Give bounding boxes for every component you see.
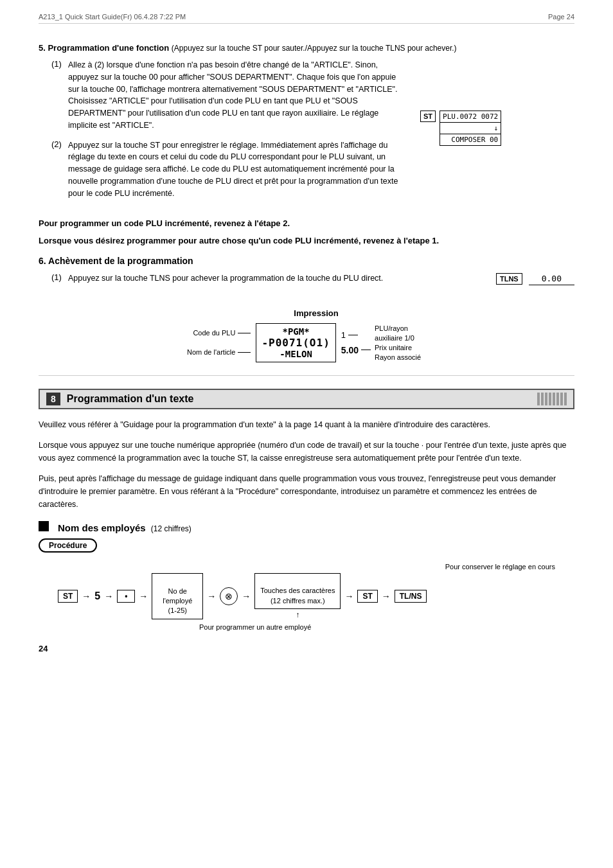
impression-qty: 1: [341, 330, 346, 340]
section-8-header: 8 Programmation d'un texte: [39, 389, 574, 409]
flow-arrow5: →: [242, 591, 251, 601]
receipt-plu: -P0071(O1): [262, 337, 330, 349]
flow-diagram: Pour conserver le réglage en cours ST → …: [58, 563, 574, 631]
tlns-key: TLNS: [496, 273, 522, 285]
divider: [39, 375, 574, 376]
display-mockup: PLU.0072 0072 ↓ COMPOSER 00: [440, 111, 501, 146]
section-5-right: ST PLU.0072 0072 ↓ COMPOSER 00: [420, 59, 574, 207]
left-labels: Code du PLU Nom de l'article: [187, 323, 251, 362]
display-row-2: COMPOSER 00: [440, 134, 501, 145]
section-8-para2: Lorsque vous appuyez sur une touche numé…: [39, 439, 574, 465]
receipt-pgm: *PGM*: [262, 326, 330, 337]
flow-arrow4: →: [207, 591, 216, 601]
section-8: 8 Programmation d'un texte Veuillez vous…: [39, 389, 574, 511]
section-8-number: 8: [46, 393, 60, 405]
section-6: 6. Achèvement de la programmation (1) Ap…: [39, 256, 574, 362]
flow-row: ST → 5 → • → No de l'employé (1-25) → ⊗ …: [58, 573, 427, 619]
bold-line1: Pour programmer un code PLU incrémenté, …: [39, 217, 574, 231]
receipt-item: -MELON: [262, 349, 330, 359]
flow-char-box: Touches des caractères (12 chiffres max.…: [254, 573, 341, 609]
flow-arrow3: →: [139, 591, 148, 601]
flow-st-key2: ST: [357, 590, 377, 603]
flow-arrow8: →: [382, 591, 391, 601]
section-6-content: (1) Appuyez sur la touche TLNS pour ache…: [39, 272, 574, 298]
section-6-left: (1) Appuyez sur la touche TLNS pour ache…: [39, 272, 395, 298]
section-5-left: (1) Allez à (2) lorsque d'une fonction n…: [39, 59, 407, 207]
tlns-display: TLNS 0.00: [496, 272, 574, 285]
impression-section: Impression Code du PLU Nom de l'article …: [58, 308, 574, 362]
line-nom: [238, 352, 251, 353]
right-labels: PLU/rayon auxiliaire 1/0 Prix unitaire R…: [375, 323, 445, 362]
flow-tlns-key: TL/NS: [395, 590, 427, 603]
impression-price: 5.00: [341, 345, 359, 355]
flow-employe-box: No de l'employé (1-25): [152, 573, 203, 619]
section-5-title: 5. Programmation d'une fonction (Appuyez…: [39, 43, 574, 53]
section-5-item2: (2) Appuyez sur la touche ST pour enregi…: [51, 139, 407, 200]
flow-arrow-up: ↑: [296, 610, 299, 619]
nom-square: [39, 521, 49, 531]
st-key-display: ST: [420, 111, 436, 122]
flow-circle-x: ⊗: [220, 587, 238, 605]
nom-section: Nom des employés (12 chiffres) Procédure…: [39, 521, 574, 631]
flow-arrow2: →: [104, 591, 113, 601]
nom-label: Nom des employés: [58, 522, 146, 533]
display-area: ST PLU.0072 0072 ↓ COMPOSER 00: [420, 111, 501, 150]
section-8-title: Programmation d'un texte: [67, 393, 194, 405]
section-8-decoration: [537, 393, 567, 405]
flow-bottom-label: Pour programmer un autre employé: [199, 623, 613, 631]
procedure-box: Procédure: [39, 538, 97, 553]
section-5-bold: Pour programmer un code PLU incrémenté, …: [39, 217, 574, 248]
section-8-para1: Veuillez vous référer à "Guidage pour la…: [39, 418, 574, 431]
section-5: 5. Programmation d'une fonction (Appuyez…: [39, 43, 574, 248]
page-header: A213_1 Quick Start Guide(Fr) 06.4.28 7:2…: [39, 13, 574, 24]
section-8-para3: Puis, peut après l'affichage du message …: [39, 472, 574, 511]
section-6-right: TLNS 0.00: [407, 272, 574, 298]
tlns-value: 0.00: [529, 272, 574, 285]
flow-num5: 5: [94, 590, 100, 602]
flow-st-key: ST: [58, 590, 78, 603]
section-5-item1: (1) Allez à (2) lorsque d'une fonction n…: [51, 59, 407, 132]
flow-dot-key: •: [117, 590, 135, 603]
flow-arrow1: →: [82, 591, 91, 601]
header-right: Page 24: [548, 13, 574, 21]
impression-title: Impression: [294, 308, 338, 318]
nom-title: Nom des employés (12 chiffres): [39, 521, 574, 533]
header-left: A213_1 Quick Start Guide(Fr) 06.4.28 7:2…: [39, 13, 186, 21]
section-6-title: 6. Achèvement de la programmation: [39, 256, 574, 266]
display-row-arrow: ↓: [440, 123, 501, 134]
display-row-1: PLU.0072 0072: [440, 111, 501, 123]
impression-inner: Code du PLU Nom de l'article *PGM* -P007…: [187, 323, 445, 362]
page-number: 24: [39, 644, 574, 653]
impression-receipt: *PGM* -P0071(O1) -MELON: [256, 323, 335, 362]
nom-note: (12 chiffres): [151, 524, 191, 533]
bold-line2: Lorsque vous désirez programmer pour aut…: [39, 235, 574, 248]
line-code: [238, 333, 251, 333]
section-6-item1: (1) Appuyez sur la touche TLNS pour ache…: [51, 272, 395, 285]
flow-arrow7: →: [344, 591, 353, 601]
flow-top-label: Pour conserver le réglage en cours: [445, 563, 555, 571]
section-5-content: (1) Allez à (2) lorsque d'une fonction n…: [39, 59, 574, 207]
